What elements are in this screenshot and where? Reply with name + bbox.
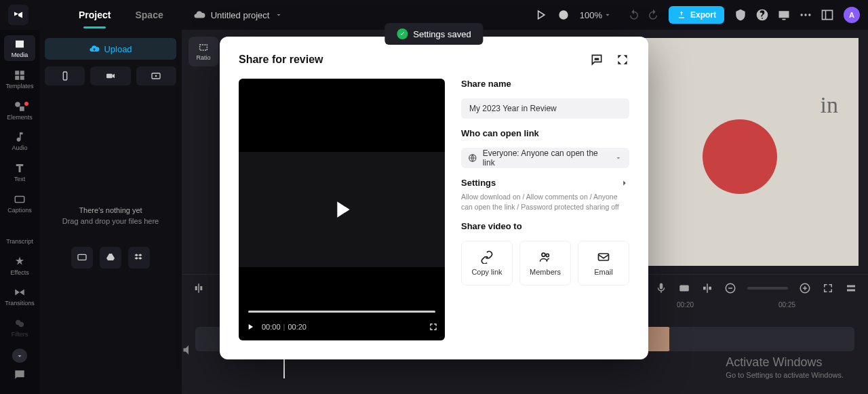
members-icon [538, 250, 552, 264]
progress-bar[interactable] [248, 311, 435, 313]
share-copy-link[interactable]: Copy link [461, 241, 513, 285]
toast-settings-saved: Settings saved [384, 23, 483, 45]
fullscreen-icon[interactable] [429, 322, 438, 332]
share-email[interactable]: Email [578, 241, 629, 285]
share-to-label: Share video to [461, 221, 629, 231]
email-icon [597, 250, 610, 264]
share-members[interactable]: Members [519, 241, 571, 285]
play-center-button[interactable] [328, 196, 355, 223]
settings-label: Settings [461, 178, 496, 188]
copy-link-label: Copy link [471, 268, 502, 276]
settings-row[interactable]: Settings [461, 178, 629, 188]
chevron-right-icon [620, 178, 629, 188]
check-icon [397, 28, 408, 39]
settings-description: Allow download on / Allow comments on / … [461, 192, 629, 212]
share-name-label: Share name [461, 79, 629, 89]
svg-point-18 [542, 254, 545, 257]
expand-icon[interactable] [616, 53, 629, 66]
link-icon [480, 250, 494, 264]
share-modal: Share for review 00:00|00:20 Share name … [220, 37, 648, 359]
who-can-open-label: Who can open link [461, 128, 629, 138]
share-preview-player[interactable]: 00:00|00:20 [239, 79, 445, 340]
chevron-down-icon [614, 154, 623, 162]
player-time: 00:00|00:20 [262, 323, 307, 331]
email-label: Email [594, 268, 613, 276]
play-icon[interactable] [245, 322, 255, 332]
who-can-open-select[interactable]: Everyone: Anyone can open the link [461, 148, 629, 168]
svg-point-19 [546, 254, 549, 257]
who-value: Everyone: Anyone can open the link [483, 149, 610, 168]
members-label: Members [530, 268, 561, 276]
modal-title: Share for review [239, 54, 323, 66]
svg-rect-20 [599, 254, 609, 260]
comments-mode-icon[interactable] [590, 53, 604, 66]
globe-icon [468, 153, 477, 163]
toast-message: Settings saved [413, 29, 471, 39]
share-name-input[interactable] [461, 98, 629, 119]
